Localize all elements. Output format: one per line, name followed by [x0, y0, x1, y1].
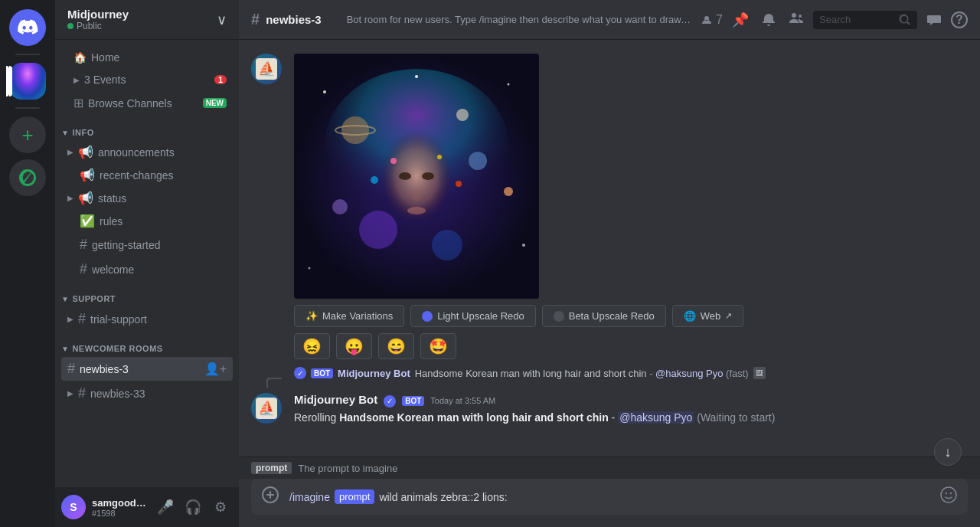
beta-upscale-icon [554, 311, 564, 322]
midjourney-server-button[interactable] [9, 63, 46, 100]
message-text-2: Rerolling Handsome Korean man with long … [294, 411, 968, 426]
new-badge: NEW [203, 98, 227, 108]
channel-getting-started[interactable]: # getting-started [61, 233, 233, 257]
web-button[interactable]: 🌐 Web ↗ [672, 305, 744, 327]
server-header[interactable]: Midjourney Public ∨ [55, 0, 239, 40]
channel-rules[interactable]: ✅ rules [61, 210, 233, 232]
bot-avatar-1: ⛵ [251, 54, 282, 84]
mute-button[interactable]: 🎤 [153, 495, 178, 519]
category-support[interactable]: ▼ SUPPORT [55, 282, 239, 306]
top-bar-actions: 7 📌 Search [701, 8, 968, 31]
message-header-2: Midjourney Bot ✓ BOT Today at 3:55 AM [294, 393, 968, 408]
user-area: S samgoodw... #1598 🎤 🎧 ⚙ [55, 487, 239, 527]
svg-point-7 [504, 187, 513, 196]
chat-input-area: /imagine prompt [239, 479, 980, 527]
svg-point-21 [508, 83, 510, 86]
help-button[interactable]: ? [951, 11, 968, 28]
svg-point-19 [456, 181, 462, 187]
home-icon: 🏠 [74, 51, 87, 64]
mention-link[interactable]: @haksung Pyo [618, 411, 694, 424]
newbies33-expand-icon: ▶ [67, 389, 74, 398]
category-arrow-icon: ▼ [61, 129, 69, 137]
pin-button[interactable]: 📌 [729, 8, 752, 31]
message-group-image: ⛵ [251, 52, 968, 361]
channel-status[interactable]: ▶ 📢 status [61, 187, 233, 209]
action-buttons: ✨ Make Variations Light Upscale Redo Bet… [294, 305, 968, 327]
server-sidebar: + [0, 0, 55, 527]
emoji-react-1[interactable]: 😖 [294, 333, 330, 359]
members-list-button[interactable] [786, 9, 807, 31]
channel-sidebar: Midjourney Public ∨ 🏠 Home ▶ 3 Events 1 … [55, 0, 239, 527]
bot-badge: BOT [402, 396, 424, 406]
newbies3-hash-icon: # [67, 361, 75, 377]
channel-newbies-3[interactable]: # newbies-3 👤+ [61, 357, 233, 381]
svg-point-22 [522, 244, 525, 247]
svg-point-15 [407, 207, 426, 214]
emoji-react-3[interactable]: 😄 [378, 333, 414, 359]
add-server-button[interactable]: + [9, 116, 46, 153]
browse-channels-nav-item[interactable]: ⊞ Browse Channels NEW [61, 91, 233, 115]
channel-name-header: # newbies-3 [251, 11, 322, 28]
notification-bell-button[interactable] [758, 9, 779, 31]
inbox-button[interactable] [923, 9, 945, 31]
emoji-picker-button[interactable] [929, 479, 968, 515]
beta-upscale-redo-button[interactable]: Beta Upscale Redo [542, 305, 666, 327]
reply-author[interactable]: Midjourney Bot [338, 368, 410, 379]
reply-text: Handsome Korean man with long hair and s… [415, 368, 749, 379]
scroll-to-bottom[interactable]: ↓ [934, 438, 962, 466]
discover-servers-button[interactable] [9, 159, 46, 196]
status-icon: 📢 [78, 191, 93, 205]
newcomer-arrow-icon: ▼ [61, 345, 69, 353]
reply-bot-badge: BOT [311, 368, 333, 378]
top-bar: # newbies-3 Bot room for new users. Type… [239, 0, 980, 40]
make-variations-icon: ✨ [305, 310, 318, 322]
message-timestamp: Today at 3:55 AM [430, 396, 495, 405]
user-controls: 🎤 🎧 ⚙ [153, 495, 233, 519]
add-member-icon[interactable]: 👤+ [204, 362, 227, 376]
svg-point-28 [950, 493, 952, 494]
trial-expand-icon: ▶ [67, 315, 74, 323]
bot-verified-icon: ✓ [384, 395, 396, 408]
server-divider-2 [15, 107, 40, 109]
chat-input-field[interactable] [379, 491, 929, 503]
channel-announcements[interactable]: ▶ 📢 announcements [61, 141, 233, 163]
attach-file-icon[interactable] [251, 479, 289, 515]
external-link-icon: ↗ [725, 311, 732, 321]
emoji-react-4[interactable]: 🤩 [420, 333, 456, 359]
bot-avatar-inner-2: ⛵ [256, 398, 277, 419]
events-nav-item[interactable]: ▶ 3 Events 1 [61, 69, 233, 90]
emoji-react-2[interactable]: 😛 [336, 333, 372, 359]
bot-avatar-2: ⛵ [251, 393, 282, 424]
newbies33-hash-icon: # [78, 385, 86, 401]
svg-point-3 [341, 116, 369, 144]
server-name: Midjourney [67, 8, 129, 21]
browse-icon: ⊞ [74, 96, 83, 110]
reply-connector [266, 378, 282, 388]
category-info[interactable]: ▼ INFO [55, 116, 239, 140]
channel-newbies-33[interactable]: ▶ # newbies-33 [61, 381, 233, 405]
server-chevron-icon: ∨ [217, 11, 227, 28]
prompt-key: prompt [251, 462, 292, 474]
svg-point-8 [332, 199, 348, 214]
search-bar[interactable]: Search [813, 11, 917, 29]
events-badge: 1 [214, 75, 227, 84]
trial-hash-icon: # [78, 311, 86, 327]
channel-welcome[interactable]: # welcome [61, 257, 233, 281]
channel-recent-changes[interactable]: 📢 recent-changes [61, 164, 233, 186]
discord-home-button[interactable] [9, 9, 46, 46]
svg-point-16 [390, 158, 397, 164]
deafen-button[interactable]: 🎧 [181, 495, 205, 519]
category-newcomer-rooms[interactable]: ▼ NEWCOMER ROOMS [55, 332, 239, 356]
channel-list: 🏠 Home ▶ 3 Events 1 ⊞ Browse Channels NE… [55, 40, 239, 487]
prompt-hint-bar: prompt The prompt to imagine [239, 457, 980, 479]
channel-hash-icon: # [251, 11, 260, 28]
home-nav-item[interactable]: 🏠 Home [61, 47, 233, 68]
light-upscale-redo-button[interactable]: Light Upscale Redo [410, 305, 535, 327]
settings-button[interactable]: ⚙ [208, 495, 233, 519]
image-preview-icon[interactable]: 🖼 [753, 367, 766, 379]
bot-avatar-inner: ⛵ [256, 58, 277, 80]
server-status: Public [67, 21, 129, 31]
reply-content: ✓ BOT Midjourney Bot Handsome Korean man… [294, 367, 968, 379]
make-variations-button[interactable]: ✨ Make Variations [294, 305, 404, 327]
channel-trial-support[interactable]: ▶ # trial-support [61, 307, 233, 331]
